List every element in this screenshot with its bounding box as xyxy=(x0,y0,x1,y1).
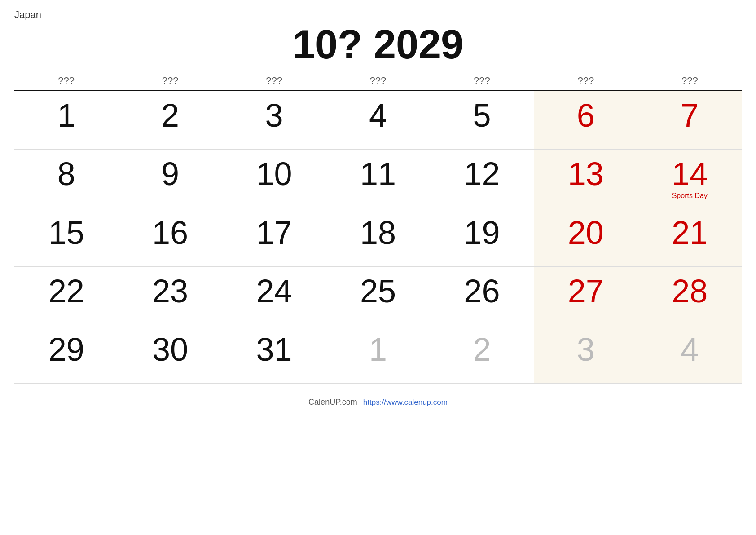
calendar-cell: 7 xyxy=(638,91,742,149)
calendar-cell: 8 xyxy=(14,149,118,208)
week-row-1: 891011121314Sports Day xyxy=(14,149,742,208)
day-number: 31 xyxy=(227,333,321,366)
dow-header-6: ??? xyxy=(638,71,742,91)
week-row-3: 22232425262728 xyxy=(14,266,742,325)
calendar-cell: 29 xyxy=(14,325,118,383)
day-number: 25 xyxy=(330,275,425,307)
dow-header-5: ??? xyxy=(534,71,637,91)
day-number: 14 xyxy=(642,158,737,190)
day-number: 28 xyxy=(642,275,737,307)
calendar-cell: 9 xyxy=(118,149,222,208)
day-event-label: Sports Day xyxy=(642,192,737,200)
calendar-cell: 30 xyxy=(118,325,222,383)
calendar-cell: 31 xyxy=(222,325,326,383)
day-number: 1 xyxy=(19,99,114,132)
dow-header-1: ??? xyxy=(118,71,222,91)
day-number: 2 xyxy=(435,333,529,366)
days-of-week-row: ????????????????????? xyxy=(14,71,742,91)
day-number: 4 xyxy=(330,99,425,132)
day-number: 9 xyxy=(123,158,217,190)
calendar-cell: 13 xyxy=(534,149,637,208)
day-number: 22 xyxy=(19,275,114,307)
calendar-cell: 19 xyxy=(430,208,534,266)
calendar-cell: 22 xyxy=(14,266,118,325)
footer-url: https://www.calenup.com xyxy=(363,398,448,407)
day-number: 4 xyxy=(642,333,737,366)
calendar-cell: 24 xyxy=(222,266,326,325)
day-number: 1 xyxy=(330,333,425,366)
dow-header-3: ??? xyxy=(326,71,430,91)
calendar-cell: 16 xyxy=(118,208,222,266)
calendar-cell: 10 xyxy=(222,149,326,208)
calendar-cell: 21 xyxy=(638,208,742,266)
calendar-cell: 11 xyxy=(326,149,430,208)
day-number: 23 xyxy=(123,275,217,307)
calendar-cell: 2 xyxy=(430,325,534,383)
calendar-cell: 3 xyxy=(534,325,637,383)
calendar-cell: 18 xyxy=(326,208,430,266)
day-number: 11 xyxy=(330,158,425,190)
week-row-2: 15161718192021 xyxy=(14,208,742,266)
day-number: 13 xyxy=(538,158,633,190)
day-number: 6 xyxy=(538,99,633,132)
page-container: Japan 10? 2029 ????????????????????? 123… xyxy=(14,9,742,407)
country-label: Japan xyxy=(14,9,742,21)
calendar-cell: 14Sports Day xyxy=(638,149,742,208)
calendar-cell: 3 xyxy=(222,91,326,149)
calendar-cell: 1 xyxy=(326,325,430,383)
calendar-cell: 2 xyxy=(118,91,222,149)
day-number: 24 xyxy=(227,275,321,307)
day-number: 8 xyxy=(19,158,114,190)
week-row-4: 2930311234 xyxy=(14,325,742,383)
day-number: 18 xyxy=(330,217,425,249)
day-number: 16 xyxy=(123,217,217,249)
day-number: 3 xyxy=(227,99,321,132)
calendar-cell: 25 xyxy=(326,266,430,325)
calendar-cell: 28 xyxy=(638,266,742,325)
calendar-table: ????????????????????? 123456789101112131… xyxy=(14,71,742,384)
month-title: 10? 2029 xyxy=(14,22,742,67)
day-number: 2 xyxy=(123,99,217,132)
day-number: 19 xyxy=(435,217,529,249)
calendar-cell: 26 xyxy=(430,266,534,325)
day-number: 29 xyxy=(19,333,114,366)
calendar-cell: 4 xyxy=(638,325,742,383)
day-number: 12 xyxy=(435,158,529,190)
dow-header-4: ??? xyxy=(430,71,534,91)
footer-brand: CalenUP.com xyxy=(308,398,357,407)
calendar-header: ????????????????????? xyxy=(14,71,742,91)
day-number: 27 xyxy=(538,275,633,307)
calendar-cell: 1 xyxy=(14,91,118,149)
day-number: 15 xyxy=(19,217,114,249)
calendar-cell: 15 xyxy=(14,208,118,266)
day-number: 26 xyxy=(435,275,529,307)
footer: CalenUP.com https://www.calenup.com xyxy=(14,392,742,407)
day-number: 30 xyxy=(123,333,217,366)
dow-header-0: ??? xyxy=(14,71,118,91)
calendar-body: 1234567891011121314Sports Day15161718192… xyxy=(14,91,742,383)
calendar-cell: 6 xyxy=(534,91,637,149)
day-number: 17 xyxy=(227,217,321,249)
calendar-cell: 23 xyxy=(118,266,222,325)
calendar-cell: 5 xyxy=(430,91,534,149)
week-row-0: 1234567 xyxy=(14,91,742,149)
day-number: 20 xyxy=(538,217,633,249)
day-number: 3 xyxy=(538,333,633,366)
day-number: 10 xyxy=(227,158,321,190)
calendar-cell: 20 xyxy=(534,208,637,266)
calendar-cell: 27 xyxy=(534,266,637,325)
day-number: 5 xyxy=(435,99,529,132)
day-number: 21 xyxy=(642,217,737,249)
calendar-cell: 12 xyxy=(430,149,534,208)
calendar-cell: 4 xyxy=(326,91,430,149)
dow-header-2: ??? xyxy=(222,71,326,91)
day-number: 7 xyxy=(642,99,737,132)
calendar-cell: 17 xyxy=(222,208,326,266)
